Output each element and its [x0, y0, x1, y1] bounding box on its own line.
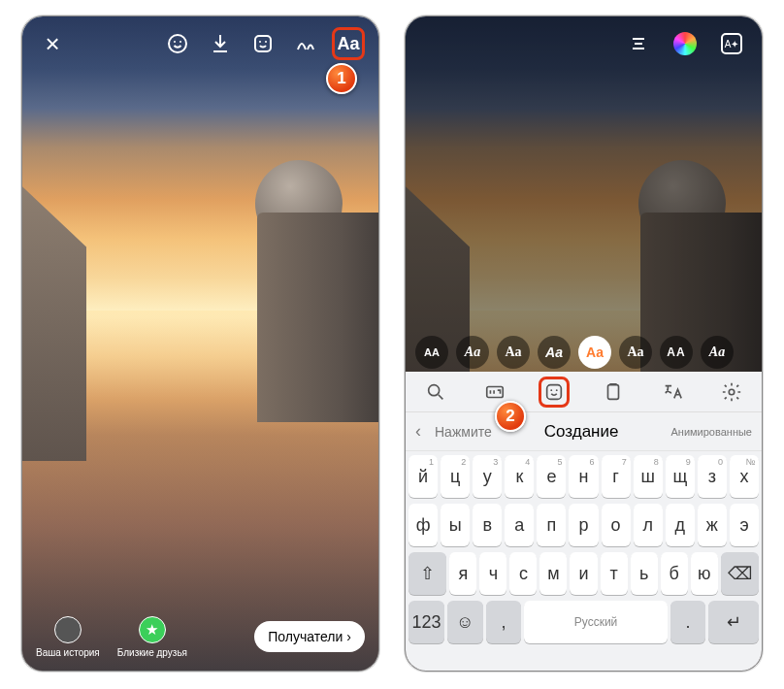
- key-х[interactable]: №х: [730, 455, 759, 498]
- key-у[interactable]: 3у: [473, 455, 502, 498]
- svg-point-5: [265, 41, 267, 43]
- suggestion-main[interactable]: Создание: [544, 422, 619, 442]
- story-editor-screen: × Aa 1 Ваша история ★ Близкие друзья Пол…: [21, 16, 379, 672]
- keyboard-panel: 2 ‹ Нажмите Создание Анимированные 1й2ц3…: [406, 372, 762, 671]
- emoji-key[interactable]: ☺: [447, 601, 483, 643]
- download-icon[interactable]: [204, 27, 237, 60]
- key-б[interactable]: б: [661, 552, 688, 595]
- annotation-marker-2: 2: [495, 401, 526, 432]
- your-story-label: Ваша история: [36, 647, 100, 658]
- key-н[interactable]: 6н: [569, 455, 598, 498]
- sticker-keyboard-button[interactable]: [539, 377, 570, 408]
- search-icon[interactable]: [420, 377, 451, 408]
- svg-rect-11: [608, 384, 619, 399]
- font-chip[interactable]: AA: [415, 336, 448, 369]
- key-п[interactable]: п: [537, 504, 566, 546]
- key-и[interactable]: и: [570, 552, 597, 595]
- text-tool-button[interactable]: Aa: [332, 27, 365, 60]
- settings-icon[interactable]: [716, 377, 747, 408]
- enter-key[interactable]: ↵: [708, 601, 759, 643]
- key-м[interactable]: м: [539, 552, 567, 595]
- key-ц[interactable]: 2ц: [441, 455, 470, 498]
- chevron-right-icon: ›: [346, 629, 351, 644]
- key-я[interactable]: я: [449, 552, 476, 595]
- key-о[interactable]: о: [602, 504, 631, 546]
- svg-point-0: [169, 35, 186, 52]
- text-toolbar: A✦: [406, 16, 762, 71]
- comma-key[interactable]: ,: [486, 601, 522, 643]
- key-в[interactable]: в: [473, 504, 502, 546]
- svg-point-6: [428, 384, 439, 395]
- key-т[interactable]: т: [601, 552, 628, 595]
- svg-point-10: [556, 389, 558, 391]
- key-ь[interactable]: ь: [631, 552, 658, 595]
- key-д[interactable]: д: [666, 504, 695, 546]
- share-bar: Ваша история ★ Близкие друзья Получатели…: [22, 603, 378, 671]
- close-friends-button[interactable]: ★ Близкие друзья: [117, 616, 187, 658]
- font-chip[interactable]: Aa: [701, 336, 734, 369]
- draw-icon[interactable]: [289, 27, 322, 60]
- your-story-button[interactable]: Ваша история: [36, 616, 100, 658]
- font-chip[interactable]: Aa: [538, 336, 571, 369]
- avatar-icon: [54, 616, 82, 643]
- key-ф[interactable]: ф: [408, 504, 438, 546]
- svg-point-9: [550, 389, 552, 391]
- close-button[interactable]: ×: [36, 27, 69, 60]
- keyboard-toolbar: [406, 372, 762, 412]
- translate-icon[interactable]: [657, 377, 688, 408]
- key-з[interactable]: 0з: [698, 455, 727, 498]
- key-ж[interactable]: ж: [698, 504, 727, 546]
- key-й[interactable]: 1й: [408, 455, 438, 498]
- key-к[interactable]: 4к: [505, 455, 534, 498]
- key-е[interactable]: 5е: [537, 455, 566, 498]
- face-filter-icon[interactable]: [161, 27, 194, 60]
- font-chip[interactable]: AA: [660, 336, 693, 369]
- shift-key[interactable]: ⇧: [408, 552, 446, 595]
- suggestion-bar: ‹ Нажмите Создание Анимированные: [406, 412, 762, 451]
- key-э[interactable]: э: [730, 504, 759, 546]
- prev-suggestion[interactable]: ‹: [415, 421, 421, 442]
- key-ю[interactable]: ю: [691, 552, 718, 595]
- text-entry-screen: A✦ AA Aa Aa Aa Aa Aa AA Aa: [405, 16, 763, 672]
- svg-rect-8: [547, 384, 562, 399]
- key-с[interactable]: с: [509, 552, 537, 595]
- key-щ[interactable]: 9щ: [666, 455, 695, 498]
- editor-toolbar: × Aa: [22, 16, 378, 71]
- clipboard-icon[interactable]: [598, 377, 629, 408]
- key-г[interactable]: 7г: [602, 455, 631, 498]
- key-р[interactable]: р: [569, 504, 598, 546]
- bg-shape: [257, 213, 378, 422]
- svg-point-2: [180, 41, 181, 43]
- key-ч[interactable]: ч: [479, 552, 506, 595]
- space-key[interactable]: Русский: [524, 601, 667, 643]
- sticker-icon[interactable]: [246, 27, 279, 60]
- suggestion-hint[interactable]: Нажмите: [435, 424, 492, 440]
- font-chip-active[interactable]: Aa: [578, 336, 611, 369]
- text-effects-icon[interactable]: A✦: [715, 27, 748, 60]
- key-л[interactable]: л: [634, 504, 663, 546]
- font-style-row[interactable]: AA Aa Aa Aa Aa Aa AA Aa: [406, 333, 762, 372]
- numbers-key[interactable]: 123: [408, 601, 444, 643]
- keyboard-keys: 1й2ц3у4к5е6н7г8ш9щ0з№х фывапролджэ ⇧ ячс…: [406, 451, 762, 671]
- key-ы[interactable]: ы: [441, 504, 470, 546]
- color-wheel-icon[interactable]: [669, 27, 702, 60]
- period-key[interactable]: .: [670, 601, 706, 643]
- recipients-label: Получатели: [268, 629, 343, 644]
- font-chip[interactable]: Aa: [497, 336, 530, 369]
- svg-rect-3: [255, 36, 271, 51]
- align-icon[interactable]: [622, 27, 655, 60]
- suggestion-alt[interactable]: Анимированные: [670, 426, 752, 438]
- svg-point-1: [174, 41, 176, 43]
- star-icon: ★: [139, 616, 166, 643]
- key-ш[interactable]: 8ш: [634, 455, 663, 498]
- backspace-key[interactable]: ⌫: [721, 552, 759, 595]
- close-friends-label: Близкие друзья: [117, 647, 187, 658]
- font-chip[interactable]: Aa: [619, 336, 652, 369]
- annotation-marker-1: 1: [326, 63, 357, 94]
- key-а[interactable]: а: [505, 504, 534, 546]
- recipients-button[interactable]: Получатели ›: [254, 621, 365, 652]
- svg-point-12: [730, 389, 735, 395]
- font-chip[interactable]: Aa: [456, 336, 489, 369]
- svg-point-4: [259, 41, 261, 43]
